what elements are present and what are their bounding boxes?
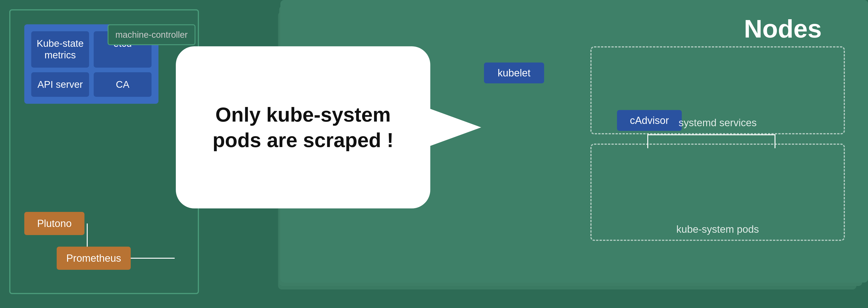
control-plane-section: Kube-statemetrics etcd API server CA mac… bbox=[9, 9, 199, 294]
systemd-label: systemd services bbox=[679, 117, 756, 129]
nodes-title: Nodes bbox=[744, 14, 822, 43]
cadvisor-box: cAdvisor bbox=[617, 110, 682, 131]
tooltip-line2: pods are scraped ! bbox=[213, 129, 394, 151]
systemd-services-box: cAdvisor systemd services bbox=[590, 46, 845, 134]
kube-system-label: kube-system pods bbox=[676, 223, 759, 235]
connector-h bbox=[647, 134, 775, 135]
plutono-box: Plutono bbox=[24, 212, 85, 235]
speech-bubble: Only kube-system pods are scraped ! bbox=[176, 46, 430, 208]
main-container: Control Plane Kube-statemetrics etcd API… bbox=[0, 0, 868, 308]
tooltip-line1: Only kube-system bbox=[215, 103, 391, 126]
api-server-box: API server bbox=[31, 72, 89, 97]
kube-state-metrics-box: Kube-statemetrics bbox=[31, 31, 89, 67]
kube-system-box: node-exporter ... kube-system pods bbox=[590, 144, 845, 241]
prometheus-box: Prometheus bbox=[57, 247, 131, 270]
control-plane-label: Control Plane bbox=[2, 0, 102, 3]
speech-bubble-text: Only kube-system pods are scraped ! bbox=[194, 93, 412, 162]
kubelet-box: kubelet bbox=[484, 62, 544, 83]
ca-box: CA bbox=[94, 72, 152, 97]
machine-controller-box: machine-controller bbox=[107, 24, 195, 45]
